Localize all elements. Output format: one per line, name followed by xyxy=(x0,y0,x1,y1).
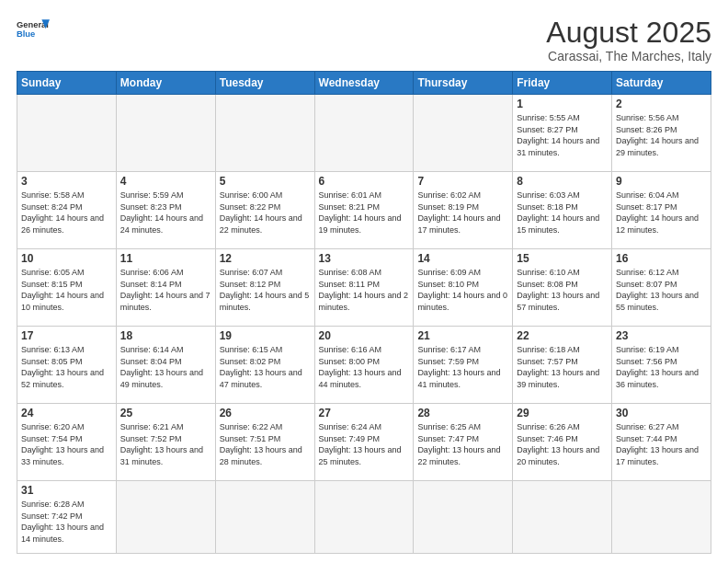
day-number: 1 xyxy=(517,98,608,110)
calendar-cell xyxy=(17,95,117,172)
header: General Blue August 2025 Carassai, The M… xyxy=(17,17,711,63)
header-wednesday: Wednesday xyxy=(314,72,414,95)
day-info: Sunrise: 5:56 AM Sunset: 8:26 PM Dayligh… xyxy=(616,112,707,158)
day-number: 8 xyxy=(517,175,608,188)
day-number: 10 xyxy=(21,252,112,265)
day-info: Sunrise: 5:55 AM Sunset: 8:27 PM Dayligh… xyxy=(517,112,608,158)
day-number: 2 xyxy=(616,98,707,110)
calendar-cell: 24Sunrise: 6:20 AM Sunset: 7:54 PM Dayli… xyxy=(17,404,117,481)
calendar-cell: 16Sunrise: 6:12 AM Sunset: 8:07 PM Dayli… xyxy=(612,249,711,327)
day-number: 4 xyxy=(120,175,211,188)
day-number: 23 xyxy=(616,329,707,342)
day-number: 24 xyxy=(21,407,112,419)
calendar-cell: 7Sunrise: 6:02 AM Sunset: 8:19 PM Daylig… xyxy=(414,172,513,249)
day-number: 13 xyxy=(319,252,410,265)
day-info: Sunrise: 6:09 AM Sunset: 8:10 PM Dayligh… xyxy=(417,267,508,313)
calendar-cell: 20Sunrise: 6:16 AM Sunset: 8:00 PM Dayli… xyxy=(314,327,414,404)
calendar-cell: 6Sunrise: 6:01 AM Sunset: 8:21 PM Daylig… xyxy=(314,172,414,249)
day-info: Sunrise: 6:02 AM Sunset: 8:19 PM Dayligh… xyxy=(417,190,508,236)
calendar-cell xyxy=(414,480,513,553)
calendar-cell: 2Sunrise: 5:56 AM Sunset: 8:26 PM Daylig… xyxy=(612,95,711,172)
calendar-cell: 17Sunrise: 6:13 AM Sunset: 8:05 PM Dayli… xyxy=(17,327,117,404)
calendar-cell: 15Sunrise: 6:10 AM Sunset: 8:08 PM Dayli… xyxy=(513,249,612,327)
day-info: Sunrise: 6:01 AM Sunset: 8:21 PM Dayligh… xyxy=(319,190,410,236)
day-number: 30 xyxy=(616,407,707,419)
calendar-cell: 3Sunrise: 5:58 AM Sunset: 8:24 PM Daylig… xyxy=(17,172,117,249)
day-number: 11 xyxy=(120,252,211,265)
page: General Blue August 2025 Carassai, The M… xyxy=(0,0,728,563)
day-info: Sunrise: 6:13 AM Sunset: 8:05 PM Dayligh… xyxy=(21,344,112,390)
day-info: Sunrise: 6:12 AM Sunset: 8:07 PM Dayligh… xyxy=(616,267,707,313)
day-info: Sunrise: 6:21 AM Sunset: 7:52 PM Dayligh… xyxy=(120,421,211,467)
day-number: 31 xyxy=(21,484,112,497)
day-number: 20 xyxy=(319,329,410,342)
calendar-cell xyxy=(513,480,612,553)
day-number: 28 xyxy=(417,407,508,419)
calendar-cell xyxy=(612,480,711,553)
calendar-cell: 1Sunrise: 5:55 AM Sunset: 8:27 PM Daylig… xyxy=(513,95,612,172)
calendar-cell xyxy=(314,480,414,553)
day-info: Sunrise: 6:18 AM Sunset: 7:57 PM Dayligh… xyxy=(517,344,608,390)
day-number: 27 xyxy=(319,407,410,419)
day-info: Sunrise: 5:59 AM Sunset: 8:23 PM Dayligh… xyxy=(120,190,211,236)
calendar-cell: 22Sunrise: 6:18 AM Sunset: 7:57 PM Dayli… xyxy=(513,327,612,404)
calendar-cell: 21Sunrise: 6:17 AM Sunset: 7:59 PM Dayli… xyxy=(414,327,513,404)
day-info: Sunrise: 6:06 AM Sunset: 8:14 PM Dayligh… xyxy=(120,267,211,313)
day-number: 17 xyxy=(21,329,112,342)
calendar-cell: 31Sunrise: 6:28 AM Sunset: 7:42 PM Dayli… xyxy=(17,480,117,553)
calendar-cell: 28Sunrise: 6:25 AM Sunset: 7:47 PM Dayli… xyxy=(414,404,513,481)
calendar-table: Sunday Monday Tuesday Wednesday Thursday… xyxy=(17,71,711,554)
day-info: Sunrise: 6:26 AM Sunset: 7:46 PM Dayligh… xyxy=(517,421,608,467)
header-tuesday: Tuesday xyxy=(215,72,314,95)
day-number: 19 xyxy=(220,329,311,342)
weekday-header-row: Sunday Monday Tuesday Wednesday Thursday… xyxy=(17,72,711,95)
calendar-cell: 8Sunrise: 6:03 AM Sunset: 8:18 PM Daylig… xyxy=(513,172,612,249)
day-info: Sunrise: 6:15 AM Sunset: 8:02 PM Dayligh… xyxy=(220,344,311,390)
calendar-cell xyxy=(215,480,314,553)
day-number: 3 xyxy=(21,175,112,188)
day-info: Sunrise: 6:16 AM Sunset: 8:00 PM Dayligh… xyxy=(319,344,410,390)
calendar-cell: 13Sunrise: 6:08 AM Sunset: 8:11 PM Dayli… xyxy=(314,249,414,327)
day-info: Sunrise: 6:22 AM Sunset: 7:51 PM Dayligh… xyxy=(220,421,311,467)
calendar-cell xyxy=(314,95,414,172)
day-info: Sunrise: 6:27 AM Sunset: 7:44 PM Dayligh… xyxy=(616,421,707,467)
day-info: Sunrise: 6:05 AM Sunset: 8:15 PM Dayligh… xyxy=(21,267,112,313)
day-number: 7 xyxy=(417,175,508,188)
calendar-cell: 4Sunrise: 5:59 AM Sunset: 8:23 PM Daylig… xyxy=(116,172,215,249)
day-info: Sunrise: 6:20 AM Sunset: 7:54 PM Dayligh… xyxy=(21,421,112,467)
header-thursday: Thursday xyxy=(414,72,513,95)
day-number: 5 xyxy=(220,175,311,188)
logo: General Blue xyxy=(17,17,50,42)
calendar-cell: 5Sunrise: 6:00 AM Sunset: 8:22 PM Daylig… xyxy=(215,172,314,249)
day-info: Sunrise: 6:24 AM Sunset: 7:49 PM Dayligh… xyxy=(319,421,410,467)
month-year-title: August 2025 xyxy=(546,17,711,49)
location-subtitle: Carassai, The Marches, Italy xyxy=(546,49,711,63)
day-number: 15 xyxy=(517,252,608,265)
calendar-cell xyxy=(414,95,513,172)
calendar-cell: 11Sunrise: 6:06 AM Sunset: 8:14 PM Dayli… xyxy=(116,249,215,327)
header-monday: Monday xyxy=(116,72,215,95)
day-number: 25 xyxy=(120,407,211,419)
day-info: Sunrise: 6:10 AM Sunset: 8:08 PM Dayligh… xyxy=(517,267,608,313)
day-info: Sunrise: 6:19 AM Sunset: 7:56 PM Dayligh… xyxy=(616,344,707,390)
svg-text:Blue: Blue xyxy=(17,29,35,39)
day-info: Sunrise: 6:17 AM Sunset: 7:59 PM Dayligh… xyxy=(417,344,508,390)
calendar-cell: 26Sunrise: 6:22 AM Sunset: 7:51 PM Dayli… xyxy=(215,404,314,481)
day-number: 29 xyxy=(517,407,608,419)
calendar-cell xyxy=(116,95,215,172)
calendar-cell: 9Sunrise: 6:04 AM Sunset: 8:17 PM Daylig… xyxy=(612,172,711,249)
calendar-cell: 30Sunrise: 6:27 AM Sunset: 7:44 PM Dayli… xyxy=(612,404,711,481)
generalblue-logo-icon: General Blue xyxy=(17,17,50,42)
day-info: Sunrise: 6:00 AM Sunset: 8:22 PM Dayligh… xyxy=(220,190,311,236)
calendar-cell: 14Sunrise: 6:09 AM Sunset: 8:10 PM Dayli… xyxy=(414,249,513,327)
calendar-cell: 10Sunrise: 6:05 AM Sunset: 8:15 PM Dayli… xyxy=(17,249,117,327)
calendar-cell xyxy=(116,480,215,553)
day-info: Sunrise: 5:58 AM Sunset: 8:24 PM Dayligh… xyxy=(21,190,112,236)
day-info: Sunrise: 6:03 AM Sunset: 8:18 PM Dayligh… xyxy=(517,190,608,236)
day-number: 9 xyxy=(616,175,707,188)
header-friday: Friday xyxy=(513,72,612,95)
day-number: 21 xyxy=(417,329,508,342)
day-info: Sunrise: 6:14 AM Sunset: 8:04 PM Dayligh… xyxy=(120,344,211,390)
day-info: Sunrise: 6:28 AM Sunset: 7:42 PM Dayligh… xyxy=(21,499,112,545)
day-number: 6 xyxy=(319,175,410,188)
